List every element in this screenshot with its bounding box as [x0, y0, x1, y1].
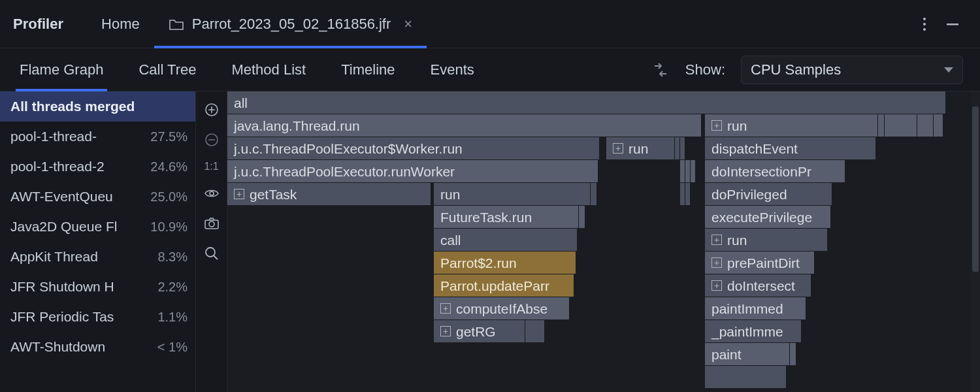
flame-frame[interactable]: paintImmed [705, 297, 806, 320]
subtab-call-tree[interactable]: Call Tree [127, 48, 208, 91]
flame-frame[interactable]: doIntersectionPr [705, 160, 845, 183]
flame-frame[interactable] [591, 183, 597, 206]
flame-frame[interactable]: +run [705, 229, 828, 252]
expand-icon[interactable]: + [711, 120, 722, 131]
scrollbar-thumb[interactable] [972, 106, 979, 272]
subtab-flame-graph[interactable]: Flame Graph [8, 48, 115, 91]
subtab-events[interactable]: Events [419, 48, 486, 91]
flame-frame[interactable]: +doIntersect [705, 274, 811, 297]
tab-jfr-file[interactable]: Parrot_2023_05_02_161856.jfr × [154, 0, 427, 48]
thread-pct: 2.2% [157, 280, 188, 295]
flame-frame[interactable] [790, 343, 796, 366]
expand-icon[interactable]: + [234, 189, 244, 199]
flame-frame[interactable] [579, 206, 585, 229]
thread-pct: 10.9% [150, 220, 188, 235]
flame-frame[interactable]: j.u.c.ThreadPoolExecutor.runWorker [227, 160, 598, 183]
svg-point-1 [923, 23, 926, 25]
flame-frame[interactable] [691, 160, 696, 183]
flame-frame[interactable] [885, 114, 917, 137]
flame-frame[interactable]: +run [705, 114, 878, 137]
frame-label: run [629, 137, 648, 160]
thread-item[interactable]: pool-1-thread-27.5% [0, 122, 195, 152]
flame-frame[interactable]: _paintImme [705, 320, 802, 343]
flame-frame-hot[interactable]: Parrot.updateParr [434, 274, 574, 297]
frame-label: j.u.c.ThreadPoolExecutor.runWorker [234, 160, 455, 183]
thread-name: All threads merged [10, 99, 188, 114]
expand-icon[interactable]: + [440, 326, 451, 336]
expand-icon[interactable]: + [440, 303, 451, 314]
flame-frame[interactable] [675, 137, 680, 160]
thread-item[interactable]: JFR Shutdown H2.2% [0, 272, 195, 302]
flame-frame[interactable] [680, 183, 685, 206]
tool-column: 1:1 [196, 91, 227, 392]
flame-frame[interactable] [680, 160, 685, 183]
flame-graph[interactable]: all java.lang.Thread.run +run j.u.c.Thre… [227, 91, 980, 392]
flame-frame[interactable]: j.u.c.ThreadPoolExecutor$Worker.run [227, 137, 600, 160]
thread-pct: 1.1% [157, 310, 188, 325]
frame-label: all [234, 91, 248, 114]
frame-label: executePrivilege [711, 206, 812, 229]
thread-item[interactable]: AWT-EventQueu25.0% [0, 182, 195, 212]
flame-frame[interactable]: dispatchEvent [705, 137, 876, 160]
flame-frame[interactable] [685, 183, 691, 206]
eye-icon[interactable] [203, 184, 221, 203]
flame-frame[interactable]: executePrivilege [705, 206, 831, 229]
scrollbar[interactable] [971, 91, 980, 392]
search-icon[interactable] [203, 244, 221, 263]
camera-icon[interactable] [203, 214, 221, 233]
thread-all-merged[interactable]: All threads merged [0, 91, 195, 122]
frame-label: prePaintDirt [727, 252, 800, 274]
expand-icon[interactable]: + [711, 257, 722, 268]
flame-frame[interactable]: +getRG [434, 320, 525, 343]
expand-icon[interactable]: + [711, 280, 722, 291]
frame-label: doIntersect [727, 274, 795, 297]
frame-label: doPrivileged [711, 183, 787, 206]
frame-label: run [727, 229, 747, 252]
show-select[interactable]: CPU Samples [741, 56, 963, 84]
svg-point-0 [923, 18, 926, 20]
expand-icon[interactable]: + [711, 235, 722, 245]
flame-frame[interactable]: +run [606, 137, 675, 160]
thread-item[interactable]: Java2D Queue Fl10.9% [0, 212, 195, 242]
thread-name: AWT-EventQueu [10, 189, 144, 204]
sub-bar-right: Show: CPU Samples [651, 56, 972, 84]
flame-frame[interactable]: java.lang.Thread.run [227, 114, 702, 137]
flame-frame-all[interactable]: all [227, 91, 946, 114]
flame-frame[interactable]: run [434, 183, 591, 206]
swap-icon[interactable] [651, 62, 670, 78]
flame-frame[interactable]: +computeIfAbse [434, 297, 570, 320]
flame-frame-hot[interactable]: Parrot$2.run [434, 252, 576, 274]
flame-frame[interactable]: paint [705, 343, 790, 366]
tab-home[interactable]: Home [87, 0, 154, 48]
close-icon[interactable]: × [404, 16, 412, 33]
flame-frame[interactable] [705, 366, 787, 389]
thread-item[interactable]: pool-1-thread-224.6% [0, 152, 195, 182]
flame-frame[interactable]: doPrivileged [705, 183, 832, 206]
plus-icon[interactable] [203, 101, 221, 119]
thread-item[interactable]: AppKit Thread8.3% [0, 242, 195, 272]
minimize-icon[interactable] [945, 16, 960, 32]
svg-point-2 [923, 28, 926, 31]
thread-item[interactable]: AWT-Shutdown< 1% [0, 332, 195, 362]
more-icon[interactable] [923, 16, 926, 32]
flame-frame[interactable] [680, 137, 685, 160]
flame-frame[interactable]: +prePaintDirt [705, 252, 815, 274]
subtab-method-list[interactable]: Method List [220, 48, 318, 91]
flame-frame[interactable]: FutureTask.run [434, 206, 579, 229]
expand-icon[interactable]: + [613, 143, 623, 154]
flame-frame[interactable] [685, 160, 691, 183]
sub-tabs-bar: Flame Graph Call Tree Method List Timeli… [0, 48, 980, 91]
flame-frame[interactable] [934, 114, 943, 137]
frame-label: paint [711, 343, 742, 366]
flame-frame[interactable] [917, 114, 934, 137]
flame-frame[interactable] [525, 320, 545, 343]
thread-pct: 8.3% [157, 250, 188, 265]
frame-label: getRG [456, 320, 496, 343]
subtab-timeline[interactable]: Timeline [329, 48, 406, 91]
flame-frame[interactable]: +getTask [227, 183, 431, 206]
flame-frame[interactable]: call [434, 229, 578, 252]
minus-icon[interactable] [203, 131, 221, 149]
svg-point-6 [210, 191, 214, 195]
flame-frame[interactable] [878, 114, 885, 137]
thread-item[interactable]: JFR Periodic Tas1.1% [0, 302, 195, 332]
